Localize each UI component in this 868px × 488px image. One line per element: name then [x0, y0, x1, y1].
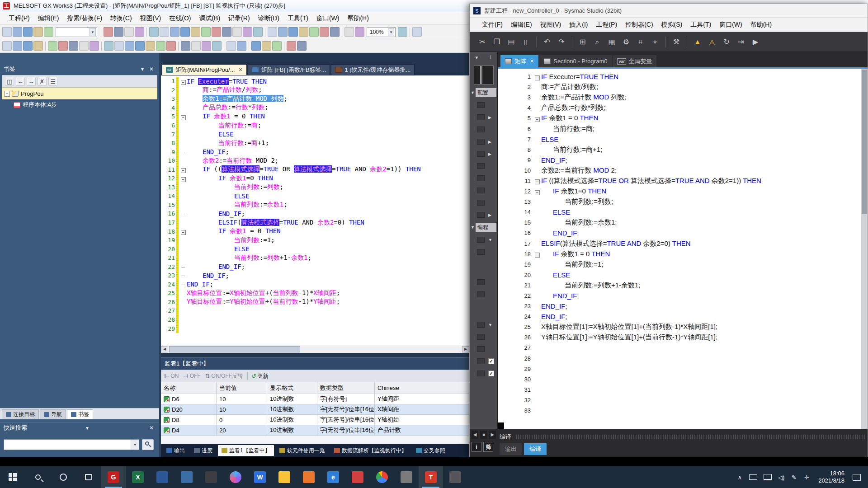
build-icon[interactable]: ⚒: [670, 36, 682, 48]
nav-right-icon[interactable]: ▶: [489, 431, 496, 439]
quick-search-input[interactable]: ▾: [4, 439, 139, 450]
dock-tab-item[interactable]: 导航: [40, 409, 66, 419]
column-header[interactable]: 当前值: [217, 382, 267, 394]
close-icon[interactable]: ✕: [147, 425, 156, 431]
rail-item[interactable]: ▶: [470, 136, 497, 148]
fold-marker[interactable]: −: [179, 113, 187, 121]
gx-menu-item[interactable]: 搜索/替换(F): [63, 13, 106, 24]
sysmac-menu-item[interactable]: 工程(P): [592, 19, 621, 31]
gx-toolbar-icon[interactable]: [287, 41, 296, 51]
taskbar-app-media-app[interactable]: [199, 466, 223, 488]
column-header[interactable]: 名称: [161, 382, 217, 394]
fold-marker[interactable]: −: [533, 188, 541, 196]
expand-right-icon[interactable]: ▶: [488, 140, 491, 144]
gx-toolbar-icon[interactable]: [309, 27, 319, 37]
gx-toolbar-icon[interactable]: [253, 27, 263, 37]
watch-update-button[interactable]: ↺更新: [251, 372, 269, 380]
rail-item[interactable]: [470, 343, 497, 355]
gx-toolbar-icon[interactable]: [104, 27, 113, 37]
pin-icon[interactable]: ▾: [138, 66, 146, 72]
gx-menu-item[interactable]: 在线(O): [165, 13, 195, 24]
cut-icon[interactable]: ✂: [476, 36, 488, 48]
paste-icon[interactable]: ▤: [505, 36, 517, 48]
fold-marker[interactable]: −: [533, 177, 541, 185]
tray-chevron-icon[interactable]: ∧: [733, 474, 746, 481]
gx-toolbar-icon[interactable]: [124, 27, 134, 37]
delete-icon[interactable]: ▯: [520, 36, 532, 48]
run-icon[interactable]: ▶: [750, 36, 761, 48]
gx-toolbar-icon[interactable]: [268, 27, 277, 37]
search-icon[interactable]: ⌕: [591, 36, 603, 48]
fold-marker[interactable]: −: [533, 114, 541, 122]
fold-marker[interactable]: −: [533, 73, 541, 81]
close-icon[interactable]: ✕: [147, 66, 156, 72]
gx-toolbar-icon[interactable]: [2, 27, 12, 37]
gx-toolbar-icon[interactable]: [412, 27, 422, 37]
gx-toolbar-icon[interactable]: [355, 27, 364, 37]
variables-icon[interactable]: ⌗: [635, 36, 646, 48]
rail-item[interactable]: [470, 172, 497, 184]
editor-tab[interactable]: 1 [软元件/缓冲存储器批...: [331, 64, 415, 75]
gx-toolbar-icon[interactable]: [90, 41, 99, 51]
taskbar-app-file-explorer[interactable]: [272, 466, 297, 488]
taskbar-app-edge-browser[interactable]: e: [321, 466, 345, 488]
build-tab-编译[interactable]: 编译: [524, 443, 547, 455]
step-icon[interactable]: ⇥: [735, 36, 747, 48]
output-tab[interactable]: 进度: [190, 445, 216, 456]
taskbar-app-photo-app[interactable]: [150, 466, 175, 488]
tree-item-progpou[interactable]: −ProgPou: [2, 88, 157, 99]
rail-item[interactable]: ▶: [470, 111, 497, 123]
gx-st-code-editor[interactable]: 1−IF Executer=TRUE THEN2商:=产品计数/列数;3余数1:…: [161, 75, 469, 345]
build-tab-输出[interactable]: 输出: [500, 443, 522, 455]
fold-marker[interactable]: −: [179, 174, 187, 183]
sort-icon[interactable]: ☰: [48, 77, 57, 86]
rail-item[interactable]: ▼: [470, 234, 497, 246]
taskbar-app-melsoft-gx-works3[interactable]: G: [101, 466, 126, 488]
output-tab[interactable]: 输出: [163, 445, 189, 456]
scroll-left-icon[interactable]: ◀: [161, 346, 168, 352]
gx-toolbar-icon[interactable]: [191, 27, 200, 37]
sysmac-titlebar[interactable]: S 新建工程 - new_Controller_0 - Sysmac Studi…: [470, 4, 868, 18]
gx-menu-item[interactable]: 调试(B): [195, 13, 224, 24]
rail-section-header[interactable]: ▼配置: [471, 88, 496, 97]
column-header[interactable]: 显示格式: [267, 382, 317, 394]
sysmac-st-code-editor[interactable]: 1−IF Executer=TRUE THEN2商:=产品计数/列数;3余数1:…: [498, 69, 861, 429]
gx-toolbar-icon[interactable]: [251, 41, 261, 51]
undo-icon[interactable]: ↶: [541, 36, 553, 48]
gx-menu-item[interactable]: 记录(R): [224, 13, 254, 24]
settings-icon[interactable]: ⚙: [620, 36, 632, 48]
gx-toolbar-icon[interactable]: [156, 41, 165, 51]
start-button[interactable]: [0, 466, 25, 488]
watch-on-button[interactable]: ⊩ON: [164, 373, 179, 380]
gx-toolbar-icon[interactable]: [202, 41, 211, 51]
gx-menu-item[interactable]: 诊断(D): [254, 13, 283, 24]
taskbar-app-app-grid[interactable]: [394, 466, 419, 488]
rail-item[interactable]: [470, 99, 497, 111]
gx-toolbar-icon[interactable]: [278, 27, 288, 37]
expand-down-icon[interactable]: ▼: [488, 323, 492, 327]
sysmac-menu-item[interactable]: 视图(V): [536, 19, 566, 31]
taskbar-app-excel[interactable]: X: [126, 466, 150, 488]
rail-item[interactable]: ✓: [470, 355, 497, 367]
gx-horizontal-scrollbar[interactable]: ◀ ▶: [161, 345, 469, 353]
gx-toolbar-icon[interactable]: [135, 41, 145, 51]
output-tab[interactable]: 数据流解析【监视执行中】: [330, 445, 410, 456]
sysmac-menu-item[interactable]: 帮助(H): [746, 19, 776, 31]
fold-marker[interactable]: −: [179, 77, 187, 85]
taskbar-app-quark-browser[interactable]: [223, 466, 248, 488]
gx-toolbar-icon[interactable]: [237, 41, 246, 51]
toolbar-combobox[interactable]: ▾: [56, 27, 97, 37]
taskbar-app-screenshot-app[interactable]: [443, 466, 467, 488]
scrollbar-thumb[interactable]: [169, 346, 300, 352]
dock-tab-item[interactable]: 连接目标: [2, 409, 39, 419]
gx-toolbar-icon[interactable]: [170, 27, 179, 37]
quick-search-button[interactable]: [142, 439, 154, 450]
back-icon[interactable]: ←: [16, 77, 25, 86]
rail-item[interactable]: ▶: [470, 209, 497, 221]
rail-item[interactable]: ▶: [470, 148, 497, 160]
gx-toolbar-icon[interactable]: [262, 41, 271, 51]
gx-menu-item[interactable]: 工程(P): [5, 13, 34, 24]
zoom-level-select[interactable]: 100%▾: [367, 27, 396, 37]
pin-icon[interactable]: ▾: [83, 425, 91, 431]
redo-icon[interactable]: ↷: [556, 36, 567, 48]
